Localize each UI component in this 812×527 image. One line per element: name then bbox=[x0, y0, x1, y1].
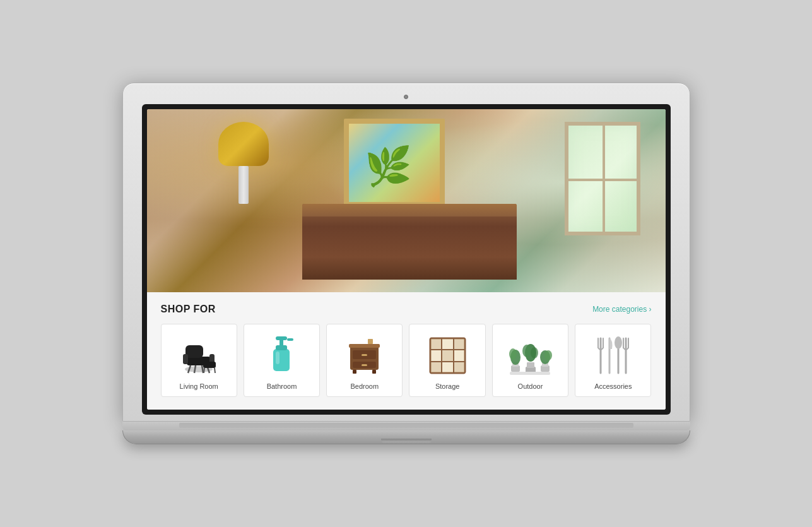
svg-rect-46 bbox=[527, 362, 534, 368]
svg-rect-34 bbox=[454, 339, 464, 349]
dresser-decoration bbox=[302, 204, 517, 280]
svg-rect-23 bbox=[362, 364, 367, 366]
screen-bezel: SHOP FOR More categories › bbox=[142, 104, 671, 415]
hero-banner bbox=[147, 109, 666, 292]
more-categories-link[interactable]: More categories › bbox=[592, 305, 651, 314]
shop-header: SHOP FOR More categories › bbox=[161, 304, 652, 315]
living-room-icon-area bbox=[174, 333, 224, 377]
svg-rect-15 bbox=[276, 336, 287, 340]
svg-line-11 bbox=[215, 368, 215, 373]
svg-rect-54 bbox=[510, 372, 550, 375]
lamp-base bbox=[238, 166, 249, 204]
svg-rect-26 bbox=[368, 339, 373, 344]
category-card-outdoor[interactable]: Outdoor bbox=[492, 324, 568, 397]
category-card-accessories[interactable]: Accessories bbox=[575, 324, 651, 397]
chair-icon bbox=[177, 336, 221, 374]
svg-rect-9 bbox=[203, 362, 216, 368]
bathroom-icon-area bbox=[256, 333, 307, 377]
laptop-mockup: SHOP FOR More categories › bbox=[122, 83, 690, 444]
category-card-bedroom[interactable]: Bedroom bbox=[326, 324, 403, 397]
outdoor-label: Outdoor bbox=[518, 382, 543, 390]
laptop-base bbox=[122, 430, 690, 444]
svg-line-10 bbox=[204, 368, 204, 373]
soap-dispenser-icon bbox=[266, 335, 297, 376]
plants-icon bbox=[508, 335, 552, 376]
accessories-label: Accessories bbox=[594, 382, 632, 390]
svg-rect-2 bbox=[185, 345, 203, 358]
lamp-decoration bbox=[225, 122, 262, 204]
shop-for-title: SHOP FOR bbox=[161, 304, 216, 315]
category-card-bathroom[interactable]: Bathroom bbox=[244, 324, 320, 397]
svg-rect-17 bbox=[276, 352, 279, 364]
svg-rect-24 bbox=[353, 370, 356, 374]
storage-icon-area bbox=[422, 333, 473, 377]
svg-rect-37 bbox=[454, 350, 464, 361]
category-card-storage[interactable]: Storage bbox=[409, 324, 485, 397]
svg-rect-35 bbox=[431, 350, 441, 361]
bedroom-icon-area bbox=[339, 333, 390, 377]
svg-rect-38 bbox=[431, 362, 441, 372]
svg-rect-21 bbox=[362, 354, 367, 356]
window-decoration bbox=[565, 122, 640, 235]
storage-label: Storage bbox=[435, 382, 460, 390]
categories-grid: Living Room bbox=[161, 324, 652, 397]
svg-rect-32 bbox=[431, 339, 441, 349]
nightstand-icon bbox=[344, 336, 385, 374]
svg-point-61 bbox=[615, 336, 622, 349]
bathroom-label: Bathroom bbox=[267, 382, 297, 390]
svg-rect-39 bbox=[442, 362, 453, 372]
accessories-icon-area bbox=[588, 333, 638, 377]
svg-rect-33 bbox=[442, 339, 453, 349]
living-room-label: Living Room bbox=[180, 382, 218, 390]
screen-content: SHOP FOR More categories › bbox=[147, 109, 666, 410]
outdoor-icon-area bbox=[505, 333, 555, 377]
svg-rect-12 bbox=[273, 349, 290, 371]
svg-rect-25 bbox=[372, 370, 376, 374]
svg-rect-3 bbox=[183, 354, 188, 364]
svg-point-44 bbox=[509, 348, 517, 360]
svg-rect-16 bbox=[287, 338, 293, 341]
svg-point-53 bbox=[544, 350, 552, 360]
laptop-keyboard bbox=[122, 422, 690, 430]
plant-decoration bbox=[365, 144, 415, 207]
svg-rect-36 bbox=[442, 350, 453, 361]
cutlery-icon bbox=[594, 335, 632, 376]
laptop-camera bbox=[404, 95, 408, 99]
bedroom-label: Bedroom bbox=[351, 382, 379, 390]
camera-area bbox=[142, 95, 671, 99]
svg-rect-40 bbox=[454, 362, 464, 372]
shelving-icon bbox=[427, 335, 468, 376]
category-card-living-room[interactable]: Living Room bbox=[161, 324, 237, 397]
svg-point-49 bbox=[531, 347, 538, 358]
laptop-screen-body: SHOP FOR More categories › bbox=[122, 83, 690, 422]
svg-point-48 bbox=[522, 345, 531, 357]
svg-rect-19 bbox=[349, 344, 380, 348]
lamp-shade bbox=[218, 122, 269, 166]
shop-for-section: SHOP FOR More categories › bbox=[147, 292, 666, 410]
